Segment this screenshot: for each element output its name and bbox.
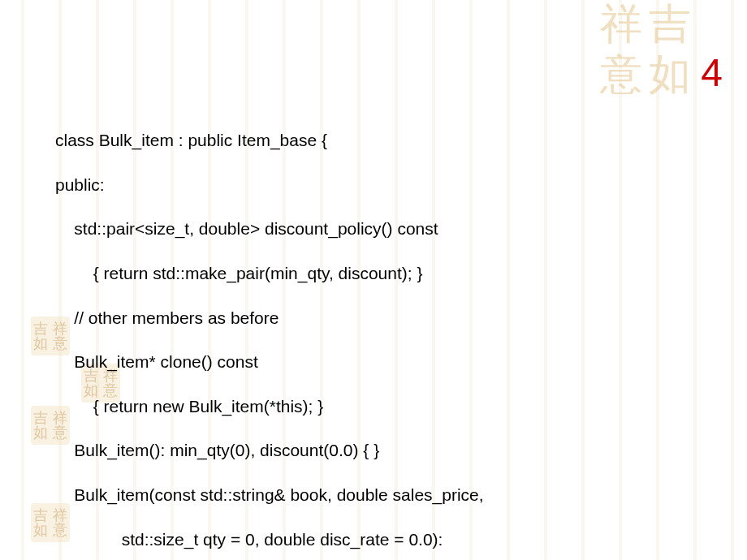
code-line: Bulk_item(const std::string& book, doubl… [55,484,723,506]
seal-glyph: 吉 [649,3,691,45]
code-line: std::size_t qty = 0, double disc_rate = … [55,528,723,550]
code-line: { return std::make_pair(min_qty, discoun… [55,262,723,284]
code-line: Bulk_item(): min_qty(0), discount(0.0) {… [55,439,723,461]
seal-glyph: 祥 [600,3,642,45]
code-line: public: [55,174,723,196]
code-line: std::pair<size_t, double> discount_polic… [55,218,723,239]
code-line: class Bulk_item : public Item_base { [55,129,723,151]
page-number: 4 [701,50,723,95]
seal-glyph: 意 [600,54,642,96]
code-line: // other members as before [55,307,723,329]
code-line: Bulk_item* clone() const [55,351,723,373]
seal-glyph: 如 [649,54,691,96]
code-block: class Bulk_item : public Item_base { pub… [55,107,723,560]
code-line: { return new Bulk_item(*this); } [55,395,723,417]
seal-top-right: 吉 祥 如 意 [597,0,702,106]
